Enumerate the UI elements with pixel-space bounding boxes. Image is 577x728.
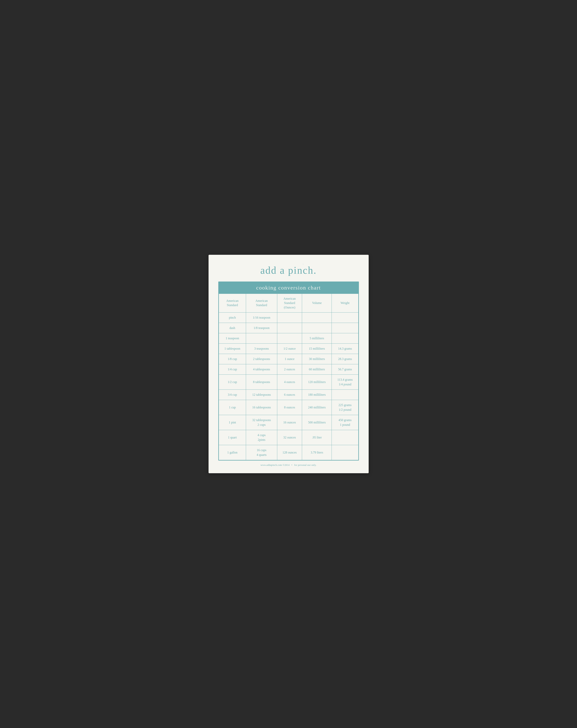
cell-4-0: 1/8 cup xyxy=(219,354,246,364)
header-col-1: AmericanStandard xyxy=(219,294,246,312)
cell-8-3: 240 milliliters xyxy=(302,400,332,415)
cell-8-2: 8 ounces xyxy=(277,400,302,415)
cell-6-0: 1/2 cup xyxy=(219,375,246,390)
cell-1-3 xyxy=(302,323,332,333)
cell-7-1: 12 tablespoons xyxy=(246,390,277,400)
cell-7-2: 6 ounces xyxy=(277,390,302,400)
cell-7-3: 180 milliliters xyxy=(302,390,332,400)
header-col-4: Volume xyxy=(302,294,332,312)
cell-8-0: 1 cup xyxy=(219,400,246,415)
cell-6-1: 8 tablespoons xyxy=(246,375,277,390)
cell-7-4 xyxy=(332,390,358,400)
table-row: 1 tablespoon3 teaspoons1/2 ounce15 milli… xyxy=(219,344,358,354)
cell-4-4: 28.3 grams xyxy=(332,354,358,364)
chart-container: cooking conversion chart AmericanStandar… xyxy=(218,282,359,461)
footer: www.addapinch.com ©2014 • for personal u… xyxy=(218,461,359,467)
cell-11-3: 3.79 liters xyxy=(302,445,332,460)
footer-left: www.addapinch.com ©2014 xyxy=(260,464,290,466)
cell-3-3: 15 milliliters xyxy=(302,344,332,354)
cell-3-1: 3 teaspoons xyxy=(246,344,277,354)
cell-6-4: 113.4 grams1/4 pound xyxy=(332,375,358,390)
cell-10-3: .95 liter xyxy=(302,430,332,445)
cell-5-0: 1/4 cup xyxy=(219,364,246,375)
cell-9-1: 32 tablespoons2 cups xyxy=(246,415,277,430)
table-row: 1 teaspoon5 milliliters xyxy=(219,333,358,344)
cell-8-1: 16 tablespoons xyxy=(246,400,277,415)
table-row: pinch1/16 teaspoon xyxy=(219,313,358,323)
logo-text: add a pin∶ch. xyxy=(218,264,359,276)
cell-9-3: 500 milliliters xyxy=(302,415,332,430)
cell-0-1: 1/16 teaspoon xyxy=(246,313,277,323)
cell-4-2: 1 ounce xyxy=(277,354,302,364)
footer-right: for personal use only. xyxy=(294,464,317,466)
cell-11-4 xyxy=(332,445,358,460)
cell-2-2 xyxy=(277,333,302,344)
cell-6-3: 120 milliliters xyxy=(302,375,332,390)
cell-5-1: 4 tablespoons xyxy=(246,364,277,375)
table-header-row: AmericanStandard AmericanStandard Americ… xyxy=(219,294,358,312)
cell-2-3: 5 milliliters xyxy=(302,333,332,344)
cell-0-3 xyxy=(302,313,332,323)
cell-6-2: 4 ounces xyxy=(277,375,302,390)
table-row: 1 quart4 cups2pints32 ounces.95 liter xyxy=(219,430,358,445)
table-row: 1/2 cup8 tablespoons4 ounces120 millilit… xyxy=(219,375,358,390)
conversion-table: AmericanStandard AmericanStandard Americ… xyxy=(219,294,358,460)
table-row: 1 gallon16 cups4 quarts128 ounces3.79 li… xyxy=(219,445,358,460)
table-row: 1 pint32 tablespoons2 cups16 ounces500 m… xyxy=(219,415,358,430)
cell-3-4: 14.3 grams xyxy=(332,344,358,354)
cell-1-1: 1/8 teaspoon xyxy=(246,323,277,333)
logo-section: add a pin∶ch. xyxy=(218,263,359,282)
cell-7-0: 3/4 cup xyxy=(219,390,246,400)
cell-10-1: 4 cups2pints xyxy=(246,430,277,445)
cell-2-1 xyxy=(246,333,277,344)
header-col-5: Weight xyxy=(332,294,358,312)
cell-3-0: 1 tablespoon xyxy=(219,344,246,354)
cell-5-4: 56.7 grams xyxy=(332,364,358,375)
table-row: 3/4 cup12 tablespoons6 ounces180 millili… xyxy=(219,390,358,400)
cell-5-2: 2 ounces xyxy=(277,364,302,375)
cell-10-2: 32 ounces xyxy=(277,430,302,445)
table-row: 1 cup16 tablespoons8 ounces240 millilite… xyxy=(219,400,358,415)
cell-1-2 xyxy=(277,323,302,333)
cell-0-2 xyxy=(277,313,302,323)
cell-10-0: 1 quart xyxy=(219,430,246,445)
cell-4-1: 2 tablespoons xyxy=(246,354,277,364)
cell-8-4: 225 grams1/2 pound xyxy=(332,400,358,415)
cell-9-2: 16 ounces xyxy=(277,415,302,430)
header-col-3: AmericanStandard(Ounces) xyxy=(277,294,302,312)
cell-2-4 xyxy=(332,333,358,344)
footer-separator: • xyxy=(291,464,292,466)
cell-11-0: 1 gallon xyxy=(219,445,246,460)
table-row: 1/8 cup2 tablespoons1 ounce30 milliliter… xyxy=(219,354,358,364)
cell-11-1: 16 cups4 quarts xyxy=(246,445,277,460)
chart-title: cooking conversion chart xyxy=(219,282,358,294)
cell-0-0: pinch xyxy=(219,313,246,323)
cell-11-2: 128 ounces xyxy=(277,445,302,460)
cell-1-0: dash xyxy=(219,323,246,333)
cell-4-3: 30 milliliters xyxy=(302,354,332,364)
cell-10-4 xyxy=(332,430,358,445)
page: add a pin∶ch. cooking conversion chart A… xyxy=(208,255,369,473)
table-row: 1/4 cup4 tablespoons2 ounces60 millilite… xyxy=(219,364,358,375)
cell-1-4 xyxy=(332,323,358,333)
cell-2-0: 1 teaspoon xyxy=(219,333,246,344)
header-col-2: AmericanStandard xyxy=(246,294,277,312)
cell-9-0: 1 pint xyxy=(219,415,246,430)
cell-3-2: 1/2 ounce xyxy=(277,344,302,354)
cell-5-3: 60 milliliters xyxy=(302,364,332,375)
cell-0-4 xyxy=(332,313,358,323)
table-row: dash1/8 teaspoon xyxy=(219,323,358,333)
cell-9-4: 450 grams1 pound xyxy=(332,415,358,430)
